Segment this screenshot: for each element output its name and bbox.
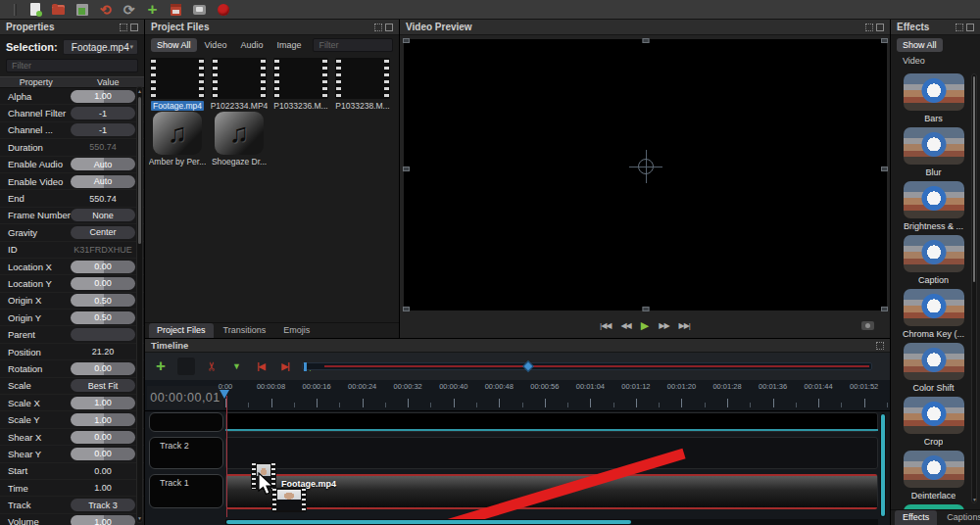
transform-handle[interactable] — [881, 38, 888, 43]
filter-tab[interactable]: Show All — [151, 38, 197, 52]
toolbar-grip[interactable] — [14, 4, 17, 16]
properties-filter-input[interactable] — [6, 59, 138, 72]
track-body[interactable] — [225, 437, 878, 469]
property-row[interactable]: Channel ... -1 — [0, 122, 144, 139]
filter-tab[interactable]: Audio — [234, 38, 269, 52]
dock-tab[interactable]: Captions — [939, 510, 980, 525]
property-value[interactable]: 0.00 — [71, 448, 135, 460]
property-value[interactable]: -1 — [71, 123, 135, 136]
filter-tab[interactable]: Show All — [897, 38, 943, 52]
track-label[interactable]: Track 1 — [149, 474, 223, 508]
property-value[interactable]: Center — [71, 226, 135, 239]
property-value[interactable]: Auto — [71, 158, 135, 170]
transform-handle[interactable] — [403, 307, 410, 311]
close-panel-icon[interactable] — [130, 24, 138, 31]
property-value[interactable]: 550.74 — [71, 141, 135, 154]
property-value[interactable]: 0.00 — [71, 362, 135, 375]
effect-item[interactable]: Caption — [897, 235, 970, 285]
close-panel-icon[interactable] — [966, 24, 974, 31]
property-row[interactable]: Frame Number None — [0, 208, 144, 224]
scroll-down-icon[interactable]: ▼ — [972, 497, 976, 502]
zoom-slider-handle[interactable] — [522, 360, 533, 371]
property-row[interactable]: Scale Y 1.00 — [0, 411, 144, 428]
property-row[interactable]: Scale Best Fit — [0, 378, 144, 395]
effects-scrollbar[interactable]: ▼ — [971, 73, 977, 503]
video-preview-canvas[interactable] — [404, 39, 887, 310]
property-value[interactable]: Track 3 — [71, 499, 135, 511]
import-files-icon[interactable]: + — [145, 3, 160, 17]
scroll-down-icon[interactable]: ▼ — [137, 515, 142, 521]
property-value[interactable]: 550.74 — [71, 192, 135, 205]
effect-item[interactable]: Crop — [897, 397, 970, 447]
property-row[interactable]: Track Track 3 — [0, 497, 144, 513]
project-file-item[interactable]: ♫ Amber by Per... — [147, 112, 208, 167]
float-panel-icon[interactable] — [876, 342, 884, 350]
scroll-up-icon[interactable]: ▲ — [137, 88, 142, 94]
float-panel-icon[interactable] — [865, 24, 873, 31]
effect-item[interactable]: Brightness & ... — [897, 181, 970, 231]
project-file-item[interactable]: P1033238.M... — [332, 58, 393, 111]
project-files-filter-input[interactable] — [313, 38, 393, 52]
timeline-clip[interactable]: Footage.mp4 — [226, 474, 877, 509]
dock-tab[interactable]: Effects — [895, 510, 937, 525]
property-row[interactable]: Parent — [0, 326, 144, 343]
property-row[interactable]: Time 1.00 — [0, 480, 144, 497]
property-row[interactable]: Channel Filter -1 — [0, 105, 144, 121]
effect-item[interactable] — [897, 504, 970, 509]
property-row[interactable]: Shear Y 0.00 — [0, 446, 144, 462]
property-row[interactable]: Origin X 0.50 — [0, 293, 144, 310]
effect-item[interactable]: Blur — [897, 127, 970, 177]
track-label[interactable]: Track 2 — [149, 437, 223, 469]
new-project-icon[interactable] — [27, 3, 42, 17]
filter-tab[interactable]: Video — [897, 54, 931, 68]
export-video-icon[interactable] — [216, 3, 230, 17]
float-panel-icon[interactable] — [120, 24, 127, 31]
property-value[interactable]: K31FRDXHUE — [71, 243, 135, 256]
capture-icon[interactable] — [861, 321, 874, 330]
property-row[interactable]: Alpha 1.00 — [0, 88, 144, 105]
timeline-tool[interactable]: + — [153, 358, 169, 374]
property-value[interactable]: Best Fit — [71, 379, 135, 392]
property-value[interactable]: 0.00 — [71, 261, 135, 273]
property-value[interactable]: 1.00 — [71, 413, 135, 426]
playback-button[interactable]: ▶▶| — [679, 321, 690, 330]
undo-icon[interactable]: ⟲ — [98, 3, 113, 17]
effect-item[interactable]: Color Shift — [897, 343, 970, 393]
project-file-item[interactable]: P1022334.MP4 — [209, 58, 270, 111]
playback-button[interactable]: ▶▶ — [659, 321, 668, 330]
fullscreen-icon[interactable] — [192, 3, 207, 17]
property-row[interactable]: Gravity Center — [0, 224, 144, 241]
timeline-tool[interactable]: |◀ — [253, 358, 269, 374]
filter-tab[interactable]: Image — [270, 38, 307, 52]
property-value[interactable]: 0.50 — [71, 294, 135, 307]
timeline-tool[interactable]: ▶| — [277, 358, 293, 374]
transform-handle[interactable] — [403, 167, 410, 171]
property-row[interactable]: Start 0.00 — [0, 463, 144, 480]
property-row[interactable]: Volume 1.00 — [0, 514, 144, 525]
playhead-marker[interactable] — [220, 390, 229, 399]
property-row[interactable]: Location X 0.00 — [0, 259, 144, 275]
dock-tab[interactable]: Project Files — [149, 323, 214, 338]
property-row[interactable]: Position 21.20 — [0, 344, 144, 360]
property-value[interactable]: 1.00 — [71, 515, 135, 525]
timeline-tool[interactable] — [177, 358, 195, 375]
vscrollbar-thumb[interactable] — [881, 414, 885, 516]
timeline-hscrollbar[interactable] — [225, 519, 878, 525]
dock-tab[interactable]: Transitions — [216, 323, 274, 338]
timeline-zoom-slider[interactable] — [302, 362, 872, 370]
property-value[interactable]: 0.50 — [71, 311, 135, 324]
hscrollbar-thumb[interactable] — [226, 520, 631, 524]
property-value[interactable]: -1 — [71, 107, 135, 119]
effect-item[interactable]: Bars — [897, 73, 970, 123]
float-panel-icon[interactable] — [956, 24, 963, 31]
effect-item[interactable]: Deinterlace — [897, 451, 970, 501]
project-file-item[interactable]: P1033236.M... — [270, 58, 331, 111]
property-value[interactable] — [71, 328, 135, 341]
effect-item[interactable]: Chroma Key (... — [897, 289, 970, 339]
transform-handle[interactable] — [881, 167, 888, 171]
property-row[interactable]: Scale X 1.00 — [0, 395, 144, 411]
close-panel-icon[interactable] — [385, 24, 393, 31]
transform-handle[interactable] — [642, 307, 649, 311]
close-panel-icon[interactable] — [876, 24, 884, 31]
transform-handle[interactable] — [881, 307, 888, 311]
